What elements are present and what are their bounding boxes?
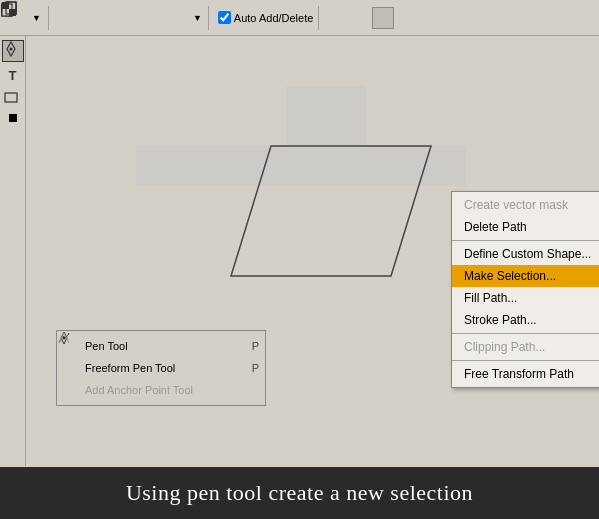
delete-path-item[interactable]: Delete Path — [452, 216, 599, 238]
black-square-left — [9, 114, 17, 122]
ellipse-tool-icon[interactable] — [100, 7, 122, 29]
merge-icon[interactable] — [372, 7, 394, 29]
clipping-path-item: Clipping Path... — [452, 336, 599, 358]
add-anchor-icon — [63, 382, 79, 398]
tool-panel: Pen Tool P Freeform Pen Tool P Add — [56, 330, 266, 406]
left-toolbar: T — [0, 36, 26, 466]
freeform-pen-row[interactable]: Freeform Pen Tool P — [57, 357, 265, 379]
freeform-pen-label: Freeform Pen Tool — [85, 362, 246, 374]
add-anchor-row[interactable]: Add Anchor Point Tool — [57, 379, 265, 401]
shape-tools: ▼ — [54, 7, 203, 29]
paste-icon[interactable] — [348, 7, 370, 29]
pen-tool-left[interactable] — [2, 40, 24, 62]
free-transform-path-item[interactable]: Free Transform Path — [452, 363, 599, 385]
pen-tool-row[interactable]: Pen Tool P — [57, 335, 265, 357]
fill-path-item[interactable]: Fill Path... — [452, 287, 599, 309]
caption-bar: Using pen tool create a new selection — [0, 467, 599, 519]
define-custom-shape-item[interactable]: Define Custom Shape... — [452, 243, 599, 265]
shape-dropdown-arrow[interactable]: ▼ — [193, 13, 202, 23]
rect-tool-icon[interactable] — [54, 7, 76, 29]
menu-separator-3 — [452, 360, 599, 361]
text-tool-left[interactable]: T — [2, 64, 24, 86]
stroke-path-item[interactable]: Stroke Path... — [452, 309, 599, 331]
svg-rect-13 — [5, 93, 17, 102]
svg-rect-11 — [9, 9, 16, 16]
menu-separator-2 — [452, 333, 599, 334]
rounded-rect-tool-icon[interactable] — [77, 7, 99, 29]
toolbar: ▼ ▼ Auto Add/Delete — [0, 0, 599, 36]
shape-tool-left[interactable] — [2, 88, 24, 110]
pen-tool-label: Pen Tool — [85, 340, 246, 352]
polygon-tool-icon[interactable] — [123, 7, 145, 29]
make-selection-item[interactable]: Make Selection... — [452, 265, 599, 287]
menu-separator-1 — [452, 240, 599, 241]
canvas-area: T Pen Tool P — [0, 36, 599, 466]
canvas: Pen Tool P Freeform Pen Tool P Add — [26, 36, 599, 466]
auto-add-delete-label: Auto Add/Delete — [234, 12, 314, 24]
pen-tool-shortcut: P — [252, 340, 259, 352]
tool-dropdown-arrow[interactable]: ▼ — [32, 13, 41, 23]
freeform-pen-shortcut: P — [252, 362, 259, 374]
svg-point-12 — [9, 48, 12, 51]
auto-add-delete-option: Auto Add/Delete — [218, 11, 314, 24]
caption-text: Using pen tool create a new selection — [126, 480, 473, 506]
freeform-pen-icon — [63, 360, 79, 376]
line-tool-icon[interactable] — [146, 7, 168, 29]
context-menu: Create vector mask Delete Path Define Cu… — [451, 191, 599, 388]
create-vector-mask-item: Create vector mask — [452, 194, 599, 216]
custom-shape-tool-icon[interactable] — [169, 7, 191, 29]
copy-icon[interactable] — [324, 7, 346, 29]
svg-rect-10 — [2, 2, 9, 9]
add-anchor-label: Add Anchor Point Tool — [85, 384, 253, 396]
auto-add-delete-checkbox[interactable] — [218, 11, 231, 24]
